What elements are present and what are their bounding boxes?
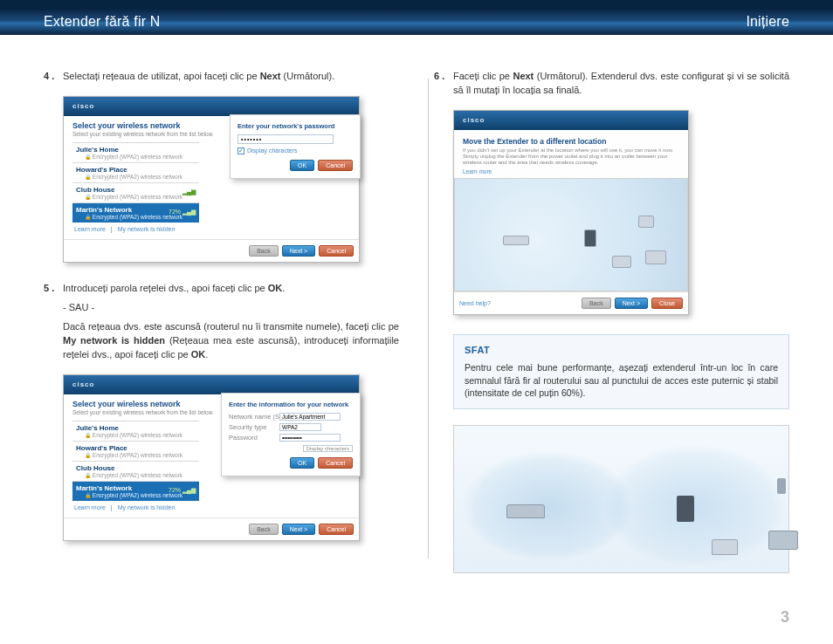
next-button[interactable]: Next > — [282, 245, 315, 257]
network-row[interactable]: Howard's Place 🔒 Encrypted (WPA2) wirele… — [72, 162, 199, 182]
network-row[interactable]: Club House 🔒 Encrypted (WPA2) wireless n… — [72, 461, 199, 481]
ok-button[interactable]: OK — [290, 457, 314, 469]
network-row-selected[interactable]: Martin's Network 🔒 Encrypted (WPA2) wire… — [72, 202, 199, 223]
screenshot-move-extender: cisco Move the Extender to a different l… — [453, 110, 789, 316]
step-6-text: Faceți clic pe Next (Următorul). Extende… — [453, 70, 789, 98]
network-info-popup: Enter the information for your network N… — [221, 393, 361, 476]
close-button[interactable]: Close — [651, 298, 683, 309]
step-5: 5 . Introduceți parola rețelei dvs., apo… — [44, 282, 399, 362]
dialog-links: Learn more | My network is hidden — [72, 223, 199, 232]
network-hidden-link[interactable]: My network is hidden — [118, 504, 176, 510]
step-4: 4 . Selectați rețeaua de utilizat, apoi … — [44, 70, 399, 84]
step-4-number: 4 . — [44, 70, 63, 84]
tip-body: Pentru cele mai bune performanțe, așezaț… — [465, 361, 778, 400]
info-popup-title: Enter the information for your network — [229, 401, 353, 408]
step-6-number: 6 . — [434, 70, 453, 98]
laptop-icon — [712, 539, 738, 555]
column-divider — [428, 79, 429, 558]
laptop-icon — [612, 256, 631, 268]
screenshot-network-info: cisco Select your wireless network Selec… — [63, 374, 399, 541]
left-column: 4 . Selectați rețeaua de utilizat, apoi … — [44, 70, 399, 573]
cisco-logo: cisco — [454, 111, 688, 130]
password-input[interactable] — [279, 434, 341, 442]
next-button[interactable]: Next > — [282, 524, 315, 535]
device-icon — [638, 216, 654, 228]
next-button[interactable]: Next > — [615, 298, 648, 309]
move-subtitle: If you didn't set up your Extender at th… — [463, 147, 679, 167]
learn-more-link[interactable]: Learn more — [74, 504, 106, 510]
display-characters-button[interactable]: Display characters — [303, 445, 353, 452]
cancel-button[interactable]: Cancel — [319, 245, 354, 257]
page-number: 3 — [781, 608, 789, 627]
learn-more-link[interactable]: Learn more — [463, 168, 679, 175]
printer-icon — [645, 250, 666, 264]
step-4-text: Selectați rețeaua de utilizat, apoi face… — [63, 70, 399, 84]
move-illustration — [454, 178, 688, 291]
cancel-button[interactable]: Cancel — [318, 457, 353, 469]
extender-icon — [677, 496, 694, 522]
need-help-link[interactable]: Need help? — [459, 300, 491, 306]
header-title-left: Extender fără fir N — [44, 14, 161, 30]
placement-illustration — [453, 425, 789, 573]
router-icon — [506, 504, 545, 518]
ssid-input[interactable] — [279, 413, 341, 421]
router-icon — [503, 236, 529, 245]
back-button[interactable]: Back — [249, 245, 279, 257]
header-title-right: Inițiere — [746, 14, 789, 30]
right-column: 6 . Faceți clic pe Next (Următorul). Ext… — [434, 70, 789, 573]
printer-icon — [768, 531, 798, 550]
step-5-number: 5 . — [44, 282, 63, 362]
tip-title: SFAT — [465, 344, 778, 357]
network-row[interactable]: Julie's Home 🔒 Encrypted (WPA2) wireless… — [72, 421, 199, 441]
network-hidden-link[interactable]: My network is hidden — [118, 226, 176, 232]
cisco-logo: cisco — [64, 97, 359, 116]
password-popup: Enter your network's password ✓ Display … — [230, 114, 361, 179]
network-row[interactable]: Club House 🔒 Encrypted (WPA2) wireless n… — [72, 182, 199, 202]
step-6: 6 . Faceți clic pe Next (Următorul). Ext… — [434, 70, 789, 98]
screenshot-select-network-password: cisco Select your wireless network Selec… — [63, 96, 399, 263]
cisco-logo: cisco — [64, 375, 359, 394]
move-title: Move the Extender to a different locatio… — [463, 137, 679, 146]
back-button[interactable]: Back — [249, 524, 279, 535]
checkbox-icon: ✓ — [238, 147, 244, 154]
tip-box: SFAT Pentru cele mai bune performanțe, a… — [453, 334, 789, 408]
password-popup-title: Enter your network's password — [238, 122, 353, 130]
step-5-text: Introduceți parola rețelei dvs., apoi fa… — [63, 282, 399, 362]
security-select[interactable] — [279, 423, 321, 431]
phone-icon — [777, 478, 786, 494]
cancel-button[interactable]: Cancel — [318, 160, 353, 171]
back-button[interactable]: Back — [582, 298, 611, 309]
password-input[interactable] — [238, 134, 334, 144]
display-characters-checkbox[interactable]: ✓ Display characters — [238, 147, 353, 154]
page-header: Extender fără fir N Inițiere — [0, 0, 833, 35]
network-row[interactable]: Howard's Place 🔒 Encrypted (WPA2) wirele… — [72, 441, 199, 461]
ok-button[interactable]: OK — [290, 160, 314, 171]
network-row[interactable]: Julie's Home 🔒 Encrypted (WPA2) wireless… — [72, 142, 199, 162]
extender-icon — [584, 230, 596, 247]
network-row-selected[interactable]: Martin's Network 🔒 Encrypted (WPA2) wire… — [72, 481, 199, 501]
learn-more-link[interactable]: Learn more — [74, 226, 106, 232]
cancel-button[interactable]: Cancel — [319, 524, 354, 535]
